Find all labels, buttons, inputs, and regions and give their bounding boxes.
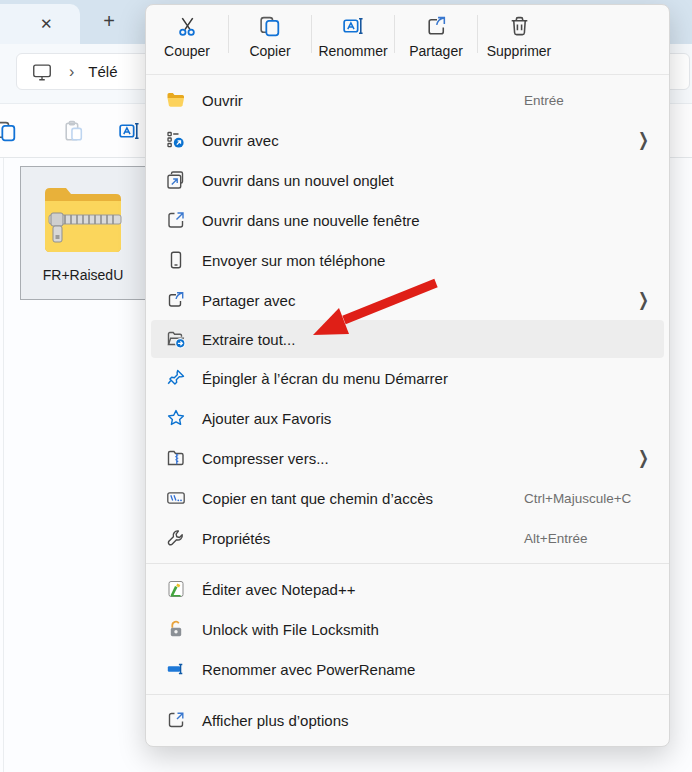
quick-action-partager[interactable]: Partager [395, 14, 477, 59]
scissors-icon [175, 14, 200, 39]
selected-file-tile[interactable]: FR+RaisedU [20, 166, 146, 300]
menu-item-afficher-plus-d-options[interactable]: Afficher plus d’options [146, 700, 669, 740]
power-rename-icon [166, 659, 186, 679]
pin-icon [166, 368, 186, 388]
menu-item-label: Envoyer sur mon téléphone [202, 252, 385, 269]
star-icon [166, 408, 186, 428]
menu-item-ouvrir-dans-un-nouvel-onglet[interactable]: Ouvrir dans un nouvel onglet [146, 160, 669, 200]
trash-icon [507, 14, 532, 39]
quick-action-label: Couper [164, 43, 210, 59]
open-with-icon [166, 130, 186, 150]
menu-item-label: Ouvrir avec [202, 132, 279, 149]
folder-open-icon [166, 90, 186, 110]
menu-item-label: Propriétés [202, 530, 270, 547]
file-explorer-window: ✕ + › Télé › [0, 0, 692, 772]
context-menu-list: OuvrirEntréeOuvrir avec❯Ouvrir dans un n… [146, 75, 669, 740]
zip-icon [166, 448, 186, 468]
new-tab-icon [166, 170, 186, 190]
menu-item-proprietes[interactable]: PropriétésAlt+Entrée [146, 518, 669, 558]
rename-icon [341, 14, 366, 39]
menu-item-copier-en-tant-que-chemin-d-acces[interactable]: Copier en tant que chemin d’accèsCtrl+Ma… [146, 478, 669, 518]
menu-item-label: Partager avec [202, 292, 295, 309]
shortcut-label: Alt+Entrée [524, 531, 587, 546]
menu-item-label: Compresser vers... [202, 450, 329, 467]
menu-separator [146, 563, 669, 564]
menu-item-label: Ouvrir dans un nouvel onglet [202, 172, 394, 189]
unlock-icon [166, 619, 186, 639]
quick-action-label: Supprimer [487, 43, 552, 59]
breadcrumb[interactable]: Télé [88, 63, 117, 80]
menu-item-label: Extraire tout... [202, 331, 295, 348]
menu-item-label: Épingler à l’écran du menu Démarrer [202, 370, 448, 387]
menu-item-renommer-avec-powerrename[interactable]: Renommer avec PowerRename [146, 649, 669, 689]
pane-divider [3, 158, 4, 772]
menu-item-label: Renommer avec PowerRename [202, 661, 415, 678]
tab-close-icon[interactable]: ✕ [40, 15, 53, 33]
menu-item-ouvrir-avec[interactable]: Ouvrir avec❯ [146, 120, 669, 160]
quick-action-label: Copier [249, 43, 290, 59]
menu-item-label: Ouvrir dans une nouvelle fenêtre [202, 212, 420, 229]
notepad-plus-plus-icon [166, 579, 186, 599]
extract-all-icon [166, 329, 186, 349]
file-name-label: FR+RaisedU [43, 267, 124, 283]
menu-item-partager-avec[interactable]: Partager avec❯ [146, 280, 669, 320]
submenu-chevron-icon: ❯ [638, 289, 649, 311]
menu-item-label: Afficher plus d’options [202, 712, 348, 729]
menu-item-ouvrir-dans-une-nouvelle-fenetre[interactable]: Ouvrir dans une nouvelle fenêtre [146, 200, 669, 240]
menu-item-unlock-with-file-locksmith[interactable]: Unlock with File Locksmith [146, 609, 669, 649]
this-pc-icon [31, 61, 53, 83]
quick-action-renommer[interactable]: Renommer [312, 14, 394, 59]
quick-action-label: Renommer [318, 43, 387, 59]
submenu-chevron-icon: ❯ [638, 129, 649, 151]
menu-item-compresser-vers[interactable]: Compresser vers...❯ [146, 438, 669, 478]
menu-item-extraire-tout[interactable]: Extraire tout... [151, 320, 664, 358]
paste-icon [61, 119, 86, 144]
context-menu: CouperCopierRenommerPartagerSupprimer Ou… [145, 4, 670, 747]
shortcut-label: Ctrl+Majuscule+C [524, 491, 631, 506]
path-icon [166, 488, 186, 508]
quick-actions-row: CouperCopierRenommerPartagerSupprimer [146, 5, 669, 75]
wrench-icon [166, 528, 186, 548]
zipped-folder-icon [37, 177, 129, 263]
rename-icon[interactable] [117, 119, 142, 144]
phone-icon [166, 250, 186, 270]
menu-item-label: Ouvrir [202, 92, 243, 109]
menu-item-label: Unlock with File Locksmith [202, 621, 379, 638]
menu-item-label: Ajouter aux Favoris [202, 410, 331, 427]
menu-separator [146, 694, 669, 695]
menu-item-label: Copier en tant que chemin d’accès [202, 490, 433, 507]
copy-icon[interactable] [0, 119, 19, 144]
copy-icon [258, 14, 283, 39]
share-with-icon [166, 290, 186, 310]
quick-action-couper[interactable]: Couper [146, 14, 228, 59]
submenu-chevron-icon: ❯ [638, 447, 649, 469]
menu-item-editer-avec-notepad[interactable]: Éditer avec Notepad++ [146, 569, 669, 609]
quick-action-supprimer[interactable]: Supprimer [478, 14, 560, 59]
menu-item-envoyer-sur-mon-telephone[interactable]: Envoyer sur mon téléphone [146, 240, 669, 280]
menu-item-epingler-a-l-ecran-du-menu-demarrer[interactable]: Épingler à l’écran du menu Démarrer [146, 358, 669, 398]
share-icon [424, 14, 449, 39]
shortcut-label: Entrée [524, 93, 564, 108]
menu-item-ajouter-aux-favoris[interactable]: Ajouter aux Favoris [146, 398, 669, 438]
menu-item-ouvrir[interactable]: OuvrirEntrée [146, 80, 669, 120]
quick-action-label: Partager [409, 43, 463, 59]
new-window-icon [166, 210, 186, 230]
new-tab-button[interactable]: + [96, 8, 122, 34]
breadcrumb-chevron-icon: › [69, 63, 74, 81]
explorer-tab[interactable]: ✕ [0, 4, 80, 44]
more-options-icon [166, 710, 186, 730]
menu-item-label: Éditer avec Notepad++ [202, 581, 355, 598]
quick-action-copier[interactable]: Copier [229, 14, 311, 59]
